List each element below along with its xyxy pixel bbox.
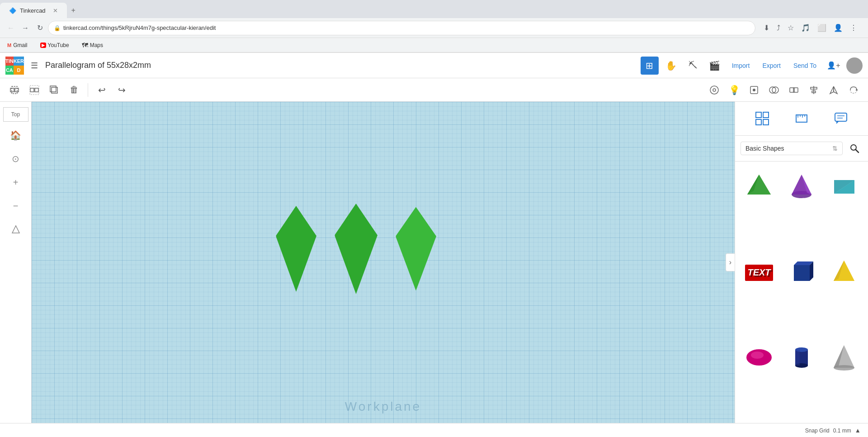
ungroup-btn[interactable] <box>25 81 43 99</box>
new-tab-btn[interactable]: + <box>67 5 80 16</box>
zoom-in-btn[interactable]: + <box>6 172 26 192</box>
forward-btn[interactable]: → <box>19 22 32 34</box>
shape-green-pyramid[interactable] <box>739 165 779 206</box>
zoom-out-btn[interactable]: − <box>6 196 26 216</box>
view-label[interactable]: Top <box>3 107 28 122</box>
bookmark-btn[interactable]: ☆ <box>786 22 796 34</box>
svg-marker-20 <box>834 86 837 94</box>
bookmark-youtube[interactable]: ▶ YouTube <box>38 41 72 49</box>
shape-gray-cone[interactable] <box>824 336 864 376</box>
shape-yellow-pyramid[interactable] <box>824 251 864 291</box>
browser-tab[interactable]: 🔷 Tinkercad ✕ <box>0 3 67 18</box>
comment-panel-btn[interactable] <box>830 107 852 130</box>
address-bar[interactable]: 🔒 tinkercad.com/things/5kRjruN4m7g-spect… <box>48 21 755 35</box>
svg-rect-26 <box>763 119 769 125</box>
dropdown-label: Basic Shapes <box>745 145 784 152</box>
svg-marker-52 <box>834 261 854 281</box>
shape-blue-box[interactable] <box>781 251 822 291</box>
profile-btn[interactable]: 👤 <box>832 22 844 34</box>
snap-grid-label: Snap Grid <box>805 428 830 434</box>
svg-point-54 <box>751 352 764 359</box>
shape-pink-ellipse[interactable] <box>739 336 779 376</box>
shape-purple-cone[interactable] <box>781 165 822 206</box>
duplicate-btn[interactable] <box>45 81 63 99</box>
shape-teal-wedge[interactable] <box>824 165 864 206</box>
hamburger-menu-btn[interactable]: ☰ <box>29 59 40 72</box>
diamond-shape-1[interactable] <box>276 206 316 292</box>
reload-btn[interactable]: ↻ <box>33 22 46 34</box>
shape-text-3d[interactable]: TEXT <box>739 251 779 291</box>
grid-panel-btn[interactable] <box>751 107 774 130</box>
maps-icon: 🗺 <box>82 42 88 49</box>
view-cube-btn[interactable] <box>705 81 723 99</box>
svg-point-11 <box>753 89 755 91</box>
grid-view-btn[interactable]: ⊞ <box>641 57 659 75</box>
svg-rect-2 <box>12 86 17 94</box>
group-btn[interactable] <box>5 81 24 99</box>
hand-tool-btn[interactable]: ✋ <box>662 57 680 75</box>
align-group-btn[interactable] <box>805 81 823 99</box>
add-person-btn[interactable]: 👤+ <box>825 57 843 75</box>
split-btn[interactable]: ⬜ <box>816 22 828 34</box>
logo-cad-2: D <box>14 66 24 75</box>
camera-tool-btn[interactable]: 🎬 <box>706 57 724 75</box>
left-sidebar: Top 🏠 ⊙ + − <box>0 102 32 423</box>
snap-grid-btn[interactable]: ▲ <box>855 427 861 434</box>
shape-blue-cylinder[interactable] <box>781 336 822 376</box>
media-btn[interactable]: 🎵 <box>799 22 812 34</box>
download-btn[interactable]: ⬇ <box>762 22 771 34</box>
tab-close[interactable]: ✕ <box>53 7 58 14</box>
logo-tin: TIN <box>5 57 14 66</box>
diamond-shape-2[interactable] <box>335 204 377 294</box>
diamond-shape-3[interactable] <box>396 207 436 291</box>
lock-icon: 🔒 <box>54 25 61 31</box>
back-btn[interactable]: ← <box>5 22 17 34</box>
note-btn[interactable] <box>745 81 763 99</box>
light-btn[interactable]: 💡 <box>725 81 743 99</box>
share-btn[interactable]: ⤴ <box>775 22 782 34</box>
undo-btn[interactable]: ↩ <box>93 81 111 99</box>
youtube-label: YouTube <box>48 42 69 48</box>
loop-btn[interactable] <box>844 81 863 99</box>
bookmark-gmail[interactable]: M Gmail <box>5 41 30 49</box>
ruler-panel-btn[interactable] <box>790 107 813 130</box>
shape-int-btn[interactable] <box>785 81 803 99</box>
shapes-dropdown[interactable]: Basic Shapes ⇅ <box>741 142 843 155</box>
tinkercad-logo: TIN KER CA D <box>5 57 24 75</box>
shape-sub-btn[interactable] <box>765 81 783 99</box>
menu-btn[interactable]: ⋮ <box>848 22 859 34</box>
svg-rect-58 <box>795 350 800 366</box>
right-panel: Basic Shapes ⇅ <box>735 102 868 423</box>
fit-btn[interactable]: ⊙ <box>6 149 26 169</box>
perspective-btn[interactable] <box>6 219 26 239</box>
workplane-label: Workplane <box>345 399 421 414</box>
svg-marker-19 <box>830 86 834 94</box>
svg-rect-3 <box>30 88 34 92</box>
delete-btn[interactable]: 🗑 <box>65 81 83 99</box>
user-avatar[interactable] <box>846 57 863 74</box>
flip-btn[interactable] <box>825 81 843 99</box>
maps-label: Maps <box>90 42 103 48</box>
snap-grid-value: 0.1 mm <box>833 428 851 434</box>
tab-favicon: 🔷 <box>9 7 16 14</box>
pick-tool-btn[interactable]: ⛏ <box>684 57 702 75</box>
svg-rect-32 <box>835 113 847 121</box>
sep-1 <box>88 83 88 97</box>
panel-toggle-btn[interactable]: › <box>726 253 735 271</box>
shapes-dropdown-area: Basic Shapes ⇅ <box>735 136 868 162</box>
svg-marker-40 <box>747 175 771 195</box>
svg-rect-4 <box>35 88 38 92</box>
search-shapes-btn[interactable] <box>846 140 863 157</box>
bookmark-maps[interactable]: 🗺 Maps <box>79 41 106 50</box>
shapes-container <box>276 204 436 294</box>
viewport[interactable]: Workplane › <box>32 102 735 423</box>
svg-marker-46 <box>834 180 854 194</box>
redo-btn[interactable]: ↪ <box>113 81 131 99</box>
home-view-btn[interactable]: 🏠 <box>6 125 26 145</box>
export-btn[interactable]: Export <box>758 59 785 72</box>
svg-rect-5 <box>30 86 39 95</box>
svg-point-9 <box>713 89 716 91</box>
send-to-btn[interactable]: Send To <box>789 59 821 72</box>
main-area: Top 🏠 ⊙ + − Workplane › <box>0 102 868 423</box>
import-btn[interactable]: Import <box>727 59 755 72</box>
